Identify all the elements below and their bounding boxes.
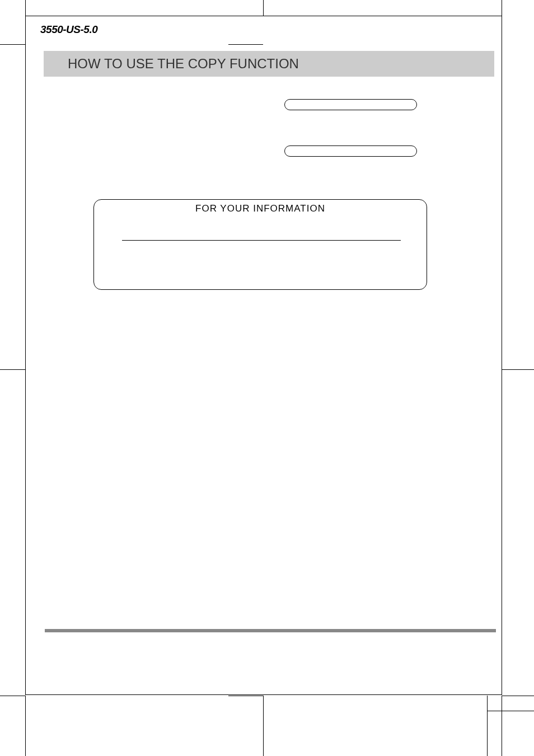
footer-rule — [45, 629, 496, 632]
section-header: HOW TO USE THE COPY FUNCTION — [44, 51, 494, 77]
info-box-title: FOR YOUR INFORMATION — [94, 200, 427, 214]
display-box-2 — [284, 145, 417, 157]
page-frame — [25, 16, 502, 695]
document-id: 3550-US-5.0 — [40, 24, 97, 36]
info-box-divider — [122, 240, 401, 241]
display-box-1 — [284, 99, 417, 110]
section-title: HOW TO USE THE COPY FUNCTION — [68, 56, 299, 72]
info-box: FOR YOUR INFORMATION — [93, 199, 427, 290]
